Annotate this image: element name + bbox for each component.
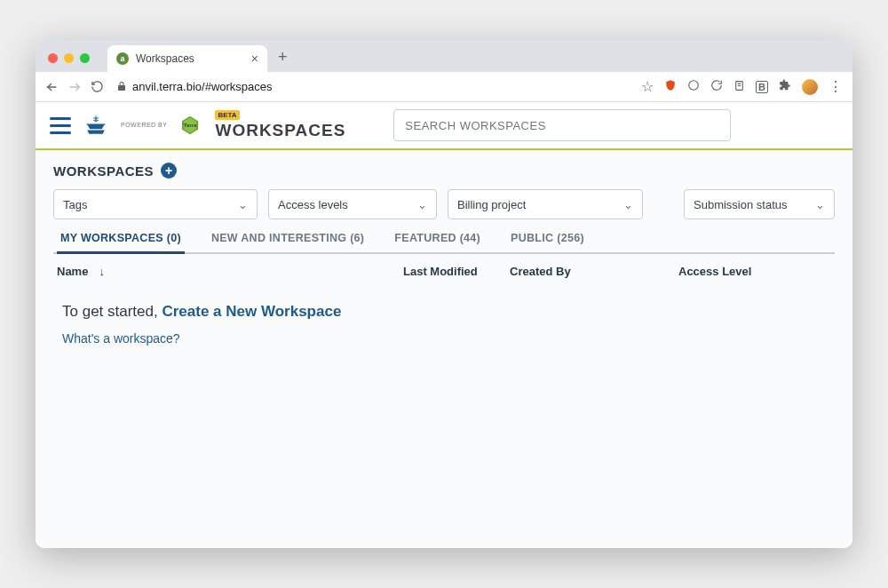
hamburger-menu-button[interactable] [50, 117, 71, 134]
minimize-window-button[interactable] [64, 53, 74, 63]
tab-featured[interactable]: FEATURED (44) [391, 232, 484, 252]
svg-point-2 [689, 80, 699, 90]
lock-icon [116, 79, 127, 95]
powered-by-label: POWERED BY [121, 122, 167, 129]
close-tab-icon[interactable]: × [251, 52, 258, 65]
sort-arrow-down-icon[interactable]: ↓ [99, 265, 105, 278]
extension-shield-icon[interactable] [664, 79, 677, 95]
browser-tab-strip: a Workspaces × + [36, 40, 852, 72]
extension-circle-icon[interactable] [687, 79, 700, 95]
new-tab-button[interactable]: + [278, 48, 288, 67]
browser-menu-icon[interactable]: ⋮ [829, 78, 844, 95]
address-bar[interactable]: anvil.terra.bio/#workspaces [116, 79, 273, 95]
header-title-block: BETA WORKSPACES [215, 110, 345, 140]
create-workspace-button[interactable]: + [161, 163, 177, 179]
col-name[interactable]: Name [57, 265, 88, 278]
tab-public[interactable]: PUBLIC (256) [507, 232, 588, 252]
browser-toolbar: anvil.terra.bio/#workspaces ☆ B ⋮ [36, 72, 852, 102]
extension-b-icon[interactable]: B [756, 81, 768, 93]
workspace-tabs: MY WORKSPACES (0) NEW AND INTERESTING (6… [53, 232, 835, 254]
toolbar-right-icons: ☆ B ⋮ [641, 78, 844, 95]
filter-label: Access levels [278, 198, 348, 211]
beta-badge: BETA [215, 110, 239, 120]
chevron-down-icon: ⌄ [417, 198, 427, 211]
empty-prefix: To get started, [62, 303, 162, 320]
table-header-row: Name ↓ Last Modified Created By Access L… [53, 254, 835, 287]
empty-state: To get started, Create a New Workspace W… [53, 287, 835, 351]
profile-avatar[interactable] [802, 79, 818, 95]
filter-row: Tags ⌄ Access levels ⌄ Billing project ⌄… [53, 189, 835, 219]
app-header: POWERED BY Terra BETA WORKSPACES [36, 102, 852, 148]
filter-label: Billing project [457, 198, 526, 211]
filter-access-levels[interactable]: Access levels ⌄ [268, 189, 437, 219]
window-controls [48, 53, 90, 63]
browser-tab[interactable]: a Workspaces × [107, 45, 267, 72]
chevron-down-icon: ⌄ [815, 198, 825, 211]
svg-text:Terra: Terra [184, 123, 197, 128]
page-body: WORKSPACES + Tags ⌄ Access levels ⌄ Bill… [36, 150, 852, 548]
tab-favicon: a [116, 52, 129, 65]
create-new-workspace-link[interactable]: Create a New Workspace [162, 303, 341, 320]
filter-submission-status[interactable]: Submission status ⌄ [684, 189, 835, 219]
maximize-window-button[interactable] [80, 53, 90, 63]
filter-billing-project[interactable]: Billing project ⌄ [448, 189, 643, 219]
reload-button[interactable] [91, 80, 104, 93]
col-access-level[interactable]: Access Level [678, 265, 831, 278]
extensions-puzzle-icon[interactable] [779, 79, 791, 95]
page-title: WORKSPACES [53, 163, 154, 179]
anvil-logo-icon [83, 113, 108, 138]
extension-refresh-icon[interactable] [710, 79, 723, 95]
bookmark-icon[interactable]: ☆ [641, 78, 654, 95]
forward-button[interactable] [67, 80, 82, 94]
tab-my-workspaces[interactable]: MY WORKSPACES (0) [57, 232, 185, 254]
empty-message: To get started, Create a New Workspace [62, 303, 826, 321]
close-window-button[interactable] [48, 53, 58, 63]
col-created-by[interactable]: Created By [510, 265, 678, 278]
chevron-down-icon: ⌄ [623, 198, 633, 211]
page-heading-row: WORKSPACES + [53, 163, 835, 179]
browser-window: a Workspaces × + anvil.terra.bio/#worksp… [36, 40, 852, 548]
whats-a-workspace-link[interactable]: What's a workspace? [62, 331, 180, 346]
filter-label: Submission status [694, 198, 788, 211]
filter-tags[interactable]: Tags ⌄ [53, 189, 258, 219]
extension-doc-icon[interactable] [733, 79, 745, 95]
tab-new-interesting[interactable]: NEW AND INTERESTING (6) [208, 232, 368, 252]
search-input[interactable] [405, 119, 719, 132]
filter-label: Tags [63, 198, 87, 211]
col-last-modified[interactable]: Last Modified [403, 265, 510, 278]
back-button[interactable] [44, 80, 59, 94]
tab-title: Workspaces [136, 52, 194, 65]
header-title: WORKSPACES [215, 121, 345, 140]
terra-logo-icon: Terra [179, 115, 201, 136]
search-workspaces-box[interactable] [393, 109, 731, 141]
chevron-down-icon: ⌄ [238, 198, 248, 211]
url-text: anvil.terra.bio/#workspaces [132, 80, 273, 93]
